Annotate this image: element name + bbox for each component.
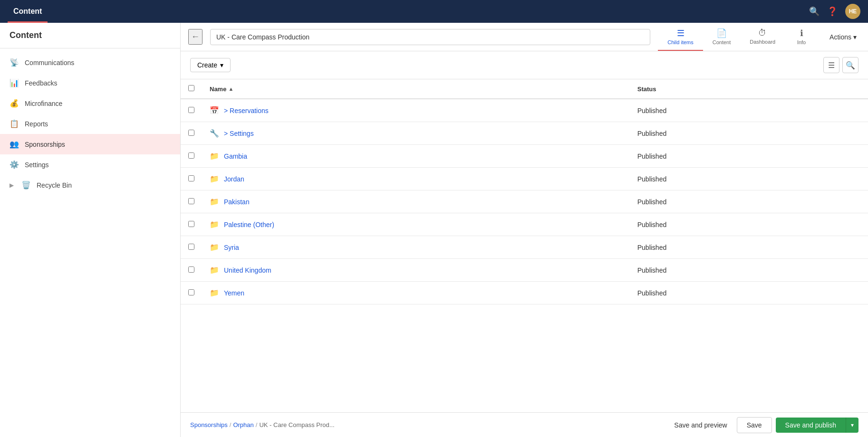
sidebar-label-recycle-bin: Recycle Bin	[37, 181, 72, 189]
row-status: Published	[630, 213, 868, 236]
table-row: 📁 Pakistan Published	[181, 190, 868, 213]
row-name-link[interactable]: Pakistan	[224, 198, 250, 206]
table-row: 📁 Jordan Published	[181, 168, 868, 190]
sidebar-item-sponsorships[interactable]: 👥Sponsorships	[0, 134, 180, 154]
breadcrumb-sponsorships[interactable]: Sponsorships	[190, 421, 228, 428]
content-header: ← ☰Child items📄Content⏱DashboardℹInfo Ac…	[181, 23, 868, 51]
row-name-link[interactable]: Syria	[224, 244, 239, 251]
row-name-link[interactable]: United Kingdom	[224, 266, 271, 274]
tab-icon-content: 📄	[716, 28, 727, 38]
sidebar-item-reports[interactable]: 📋Reports	[0, 114, 180, 134]
table-body: 📅 > Reservations Published 🔧 > Settings …	[181, 99, 868, 304]
list-view-icon: ☰	[828, 61, 835, 70]
row-name-link[interactable]: Gambia	[224, 152, 247, 160]
row-status: Published	[630, 259, 868, 282]
row-checkbox[interactable]	[188, 130, 194, 136]
row-icon: 📁	[210, 174, 219, 183]
save-and-publish-dropdown[interactable]: ▾	[846, 418, 858, 433]
row-name-link[interactable]: Yemen	[224, 289, 244, 297]
sidebar-icon-recycle-bin: 🗑️	[21, 180, 31, 190]
top-nav-left: Content	[8, 0, 48, 23]
row-status: Published	[630, 99, 868, 122]
sidebar-item-feedbacks[interactable]: 📊Feedbacks	[0, 73, 180, 93]
create-label: Create	[197, 61, 217, 69]
save-publish-group: Save and publish ▾	[776, 418, 858, 433]
row-checkbox[interactable]	[188, 107, 194, 113]
help-icon[interactable]: ❓	[827, 6, 838, 17]
tab-icon-info: ℹ	[800, 28, 803, 38]
row-icon: 📅	[210, 106, 219, 115]
back-button[interactable]: ←	[188, 29, 203, 45]
row-name-link[interactable]: > Reservations	[224, 107, 269, 114]
actions-menu[interactable]: Actions ▾	[826, 33, 860, 41]
sidebar-label-microfinance: Microfinance	[25, 100, 62, 107]
row-icon: 🔧	[210, 129, 219, 138]
actions-dropdown-icon: ▾	[853, 33, 857, 41]
sidebar-item-recycle-bin[interactable]: ▶🗑️Recycle Bin	[0, 175, 180, 195]
row-name-cell: 📁 United Kingdom	[202, 259, 630, 282]
tab-info[interactable]: ℹInfo	[785, 23, 818, 51]
sidebar-item-communications[interactable]: 📡Communications	[0, 52, 180, 73]
table-row: 🔧 > Settings Published	[181, 122, 868, 145]
tab-content[interactable]: 📄Content	[703, 23, 741, 51]
row-name-cell: 📁 Gambia	[202, 145, 630, 168]
table-row: 📁 United Kingdom Published	[181, 259, 868, 282]
row-name-link[interactable]: Jordan	[224, 175, 244, 183]
breadcrumb: Sponsorships / Orphan / UK - Care Compas…	[190, 421, 335, 428]
save-and-preview-button[interactable]: Save and preview	[668, 418, 733, 432]
row-checkbox[interactable]	[188, 266, 194, 273]
row-name-cell: 📁 Yemen	[202, 282, 630, 304]
user-avatar[interactable]: HE	[845, 4, 860, 19]
table-area: Name ▲ Status 📅 > Reservations Published…	[181, 79, 868, 412]
row-name-cell: 📅 > Reservations	[202, 99, 630, 122]
tab-child-items[interactable]: ☰Child items	[658, 23, 703, 51]
table-row: 📅 > Reservations Published	[181, 99, 868, 122]
table-row: 📁 Palestine (Other) Published	[181, 213, 868, 236]
sidebar-label-communications: Communications	[25, 59, 74, 66]
create-dropdown-icon: ▾	[220, 61, 223, 69]
top-nav-content-tab[interactable]: Content	[8, 0, 48, 23]
sidebar-header: Content	[0, 23, 180, 48]
row-icon: 📁	[210, 288, 219, 297]
row-checkbox[interactable]	[188, 175, 194, 181]
row-checkbox[interactable]	[188, 221, 194, 227]
row-name-link[interactable]: Palestine (Other)	[224, 221, 274, 228]
save-and-publish-button[interactable]: Save and publish	[776, 418, 846, 433]
sidebar-icon-microfinance: 💰	[10, 99, 19, 108]
top-nav-right: 🔍 ❓ HE	[809, 4, 860, 19]
table-row: 📁 Syria Published	[181, 236, 868, 259]
breadcrumb-orphan[interactable]: Orphan	[233, 421, 253, 428]
row-checkbox[interactable]	[188, 152, 194, 159]
sidebar-item-microfinance[interactable]: 💰Microfinance	[0, 93, 180, 114]
create-button[interactable]: Create ▾	[190, 58, 231, 72]
breadcrumb-sep-2: /	[256, 421, 258, 428]
page-title-input[interactable]	[210, 29, 650, 45]
status-column-header: Status	[630, 79, 868, 99]
row-name-link[interactable]: > Settings	[224, 130, 254, 137]
select-all-checkbox[interactable]	[188, 85, 194, 91]
sidebar-icon-reports: 📋	[10, 119, 19, 128]
tab-dashboard[interactable]: ⏱Dashboard	[740, 23, 785, 51]
app-title: Content	[13, 7, 42, 16]
list-view-button[interactable]: ☰	[823, 57, 839, 73]
checkbox-col-header	[181, 79, 202, 99]
save-button[interactable]: Save	[737, 417, 772, 433]
row-name-cell: 📁 Pakistan	[202, 190, 630, 213]
name-sort-icon: ▲	[228, 86, 233, 92]
tab-label-dashboard: Dashboard	[750, 39, 775, 45]
table-row: 📁 Gambia Published	[181, 145, 868, 168]
row-name-cell: 🔧 > Settings	[202, 122, 630, 145]
name-column-header[interactable]: Name ▲	[202, 79, 630, 99]
row-checkbox[interactable]	[188, 289, 194, 295]
row-name-cell: 📁 Syria	[202, 236, 630, 259]
main-layout: Content 📡Communications📊Feedbacks💰Microf…	[0, 23, 868, 437]
search-icon[interactable]: 🔍	[809, 6, 820, 17]
search-button[interactable]: 🔍	[842, 57, 858, 73]
sidebar-item-settings[interactable]: ⚙️Settings	[0, 154, 180, 175]
row-status: Published	[630, 190, 868, 213]
row-checkbox[interactable]	[188, 198, 194, 204]
sidebar-icon-sponsorships: 👥	[10, 140, 19, 149]
row-status: Published	[630, 122, 868, 145]
sidebar-icon-settings: ⚙️	[10, 160, 19, 169]
row-checkbox[interactable]	[188, 244, 194, 250]
